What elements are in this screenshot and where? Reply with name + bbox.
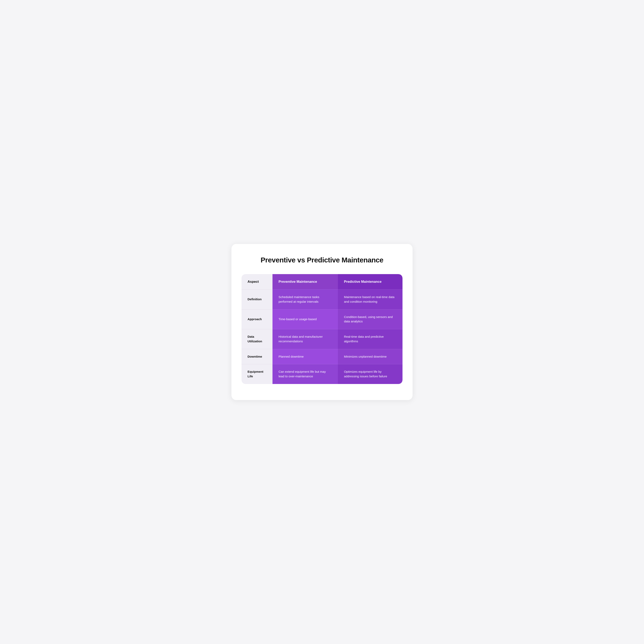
aspect-cell: Definition <box>241 289 272 309</box>
page-title: Preventive vs Predictive Maintenance <box>241 256 403 264</box>
page-container: Preventive vs Predictive Maintenance Asp… <box>231 244 413 400</box>
col-header-preventive: Preventive Maintenance <box>272 274 338 290</box>
comparison-table: Aspect Preventive Maintenance Predictive… <box>241 274 403 384</box>
preventive-cell: Can extend equipment life but may lead t… <box>272 364 338 384</box>
table-row: Equipment LifeCan extend equipment life … <box>241 364 403 384</box>
table-header-row: Aspect Preventive Maintenance Predictive… <box>241 274 403 290</box>
col-header-aspect: Aspect <box>241 274 272 290</box>
aspect-cell: Downtime <box>241 349 272 364</box>
preventive-cell: Planned downtime <box>272 349 338 364</box>
predictive-cell: Minimizes unplanned downtime <box>338 349 403 364</box>
col-header-predictive: Predictive Maintenance <box>338 274 403 290</box>
table-row: ApproachTime-based or usage-basedConditi… <box>241 309 403 329</box>
aspect-cell: Equipment Life <box>241 364 272 384</box>
table-row: DefinitionScheduled maintenance tasks pe… <box>241 289 403 309</box>
predictive-cell: Optimizes equipment life by addressing i… <box>338 364 403 384</box>
aspect-cell: Approach <box>241 309 272 329</box>
aspect-cell: Data Utilization <box>241 329 272 349</box>
preventive-cell: Time-based or usage-based <box>272 309 338 329</box>
preventive-cell: Scheduled maintenance tasks performed at… <box>272 289 338 309</box>
table-row: Data UtilizationHistorical data and manu… <box>241 329 403 349</box>
predictive-cell: Condition-based, using sensors and data … <box>338 309 403 329</box>
predictive-cell: Maintenance based on real-time data and … <box>338 289 403 309</box>
predictive-cell: Real-time data and predictive algorithms <box>338 329 403 349</box>
preventive-cell: Historical data and manufacturer recomme… <box>272 329 338 349</box>
table-row: DowntimePlanned downtimeMinimizes unplan… <box>241 349 403 364</box>
